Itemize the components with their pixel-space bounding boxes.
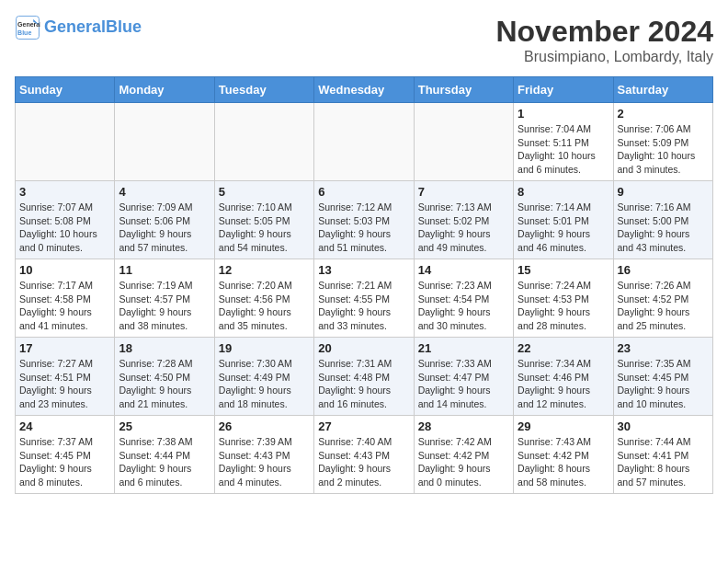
calendar-day-cell: 20Sunrise: 7:31 AM Sunset: 4:48 PM Dayli… — [314, 338, 414, 416]
day-info: Sunrise: 7:28 AM Sunset: 4:50 PM Dayligh… — [119, 357, 210, 411]
calendar-day-cell: 3Sunrise: 7:07 AM Sunset: 5:08 PM Daylig… — [16, 181, 115, 259]
weekday-header-wednesday: Wednesday — [314, 77, 414, 103]
calendar-day-cell: 13Sunrise: 7:21 AM Sunset: 4:55 PM Dayli… — [314, 259, 414, 338]
logo-line2: Blue — [106, 17, 142, 36]
day-info: Sunrise: 7:37 AM Sunset: 4:45 PM Dayligh… — [19, 435, 110, 489]
day-info: Sunrise: 7:19 AM Sunset: 4:57 PM Dayligh… — [119, 279, 210, 333]
calendar-day-cell: 7Sunrise: 7:13 AM Sunset: 5:02 PM Daylig… — [414, 181, 513, 259]
day-info: Sunrise: 7:06 AM Sunset: 5:09 PM Dayligh… — [618, 122, 709, 177]
day-number: 17 — [19, 341, 110, 355]
day-number: 13 — [318, 263, 409, 277]
day-number: 20 — [318, 341, 409, 355]
calendar-day-cell: 16Sunrise: 7:26 AM Sunset: 4:52 PM Dayli… — [613, 259, 712, 338]
calendar-day-cell: 4Sunrise: 7:09 AM Sunset: 5:06 PM Daylig… — [115, 181, 214, 259]
day-number: 23 — [618, 341, 709, 355]
weekday-header-saturday: Saturday — [613, 77, 712, 103]
calendar-day-cell: 17Sunrise: 7:27 AM Sunset: 4:51 PM Dayli… — [16, 338, 115, 416]
weekday-header-monday: Monday — [115, 77, 214, 103]
day-info: Sunrise: 7:26 AM Sunset: 4:52 PM Dayligh… — [618, 279, 709, 333]
calendar-day-cell: 5Sunrise: 7:10 AM Sunset: 5:05 PM Daylig… — [214, 181, 313, 259]
day-info: Sunrise: 7:17 AM Sunset: 4:58 PM Dayligh… — [19, 279, 110, 333]
day-number: 8 — [518, 185, 609, 199]
calendar-day-cell: 23Sunrise: 7:35 AM Sunset: 4:45 PM Dayli… — [613, 338, 712, 416]
day-number: 29 — [518, 419, 609, 433]
calendar-day-cell: 28Sunrise: 7:42 AM Sunset: 4:42 PM Dayli… — [414, 416, 513, 494]
calendar-week-row: 3Sunrise: 7:07 AM Sunset: 5:08 PM Daylig… — [16, 181, 713, 259]
calendar-day-cell: 15Sunrise: 7:24 AM Sunset: 4:53 PM Dayli… — [514, 259, 613, 338]
day-number: 27 — [318, 419, 409, 433]
day-number: 1 — [518, 107, 609, 121]
calendar-day-cell — [115, 103, 214, 181]
day-info: Sunrise: 7:13 AM Sunset: 5:02 PM Dayligh… — [418, 201, 509, 255]
calendar-day-cell: 11Sunrise: 7:19 AM Sunset: 4:57 PM Dayli… — [115, 259, 214, 338]
day-number: 28 — [418, 419, 509, 433]
day-info: Sunrise: 7:44 AM Sunset: 4:41 PM Dayligh… — [618, 435, 709, 489]
day-info: Sunrise: 7:27 AM Sunset: 4:51 PM Dayligh… — [19, 357, 110, 411]
calendar-day-cell: 14Sunrise: 7:23 AM Sunset: 4:54 PM Dayli… — [414, 259, 513, 338]
calendar-day-cell: 27Sunrise: 7:40 AM Sunset: 4:43 PM Dayli… — [314, 416, 414, 494]
day-info: Sunrise: 7:24 AM Sunset: 4:53 PM Dayligh… — [518, 279, 609, 333]
calendar-day-cell — [414, 103, 513, 181]
calendar-day-cell: 10Sunrise: 7:17 AM Sunset: 4:58 PM Dayli… — [16, 259, 115, 338]
calendar-day-cell: 19Sunrise: 7:30 AM Sunset: 4:49 PM Dayli… — [214, 338, 313, 416]
day-info: Sunrise: 7:04 AM Sunset: 5:11 PM Dayligh… — [518, 122, 609, 177]
day-info: Sunrise: 7:39 AM Sunset: 4:43 PM Dayligh… — [219, 435, 310, 489]
day-number: 10 — [19, 263, 110, 277]
day-number: 30 — [618, 419, 709, 433]
calendar-day-cell: 30Sunrise: 7:44 AM Sunset: 4:41 PM Dayli… — [613, 416, 712, 494]
day-number: 11 — [119, 263, 210, 277]
day-number: 15 — [518, 263, 609, 277]
calendar-day-cell: 6Sunrise: 7:12 AM Sunset: 5:03 PM Daylig… — [314, 181, 414, 259]
calendar-week-row: 10Sunrise: 7:17 AM Sunset: 4:58 PM Dayli… — [16, 259, 713, 338]
day-number: 18 — [119, 341, 210, 355]
day-info: Sunrise: 7:20 AM Sunset: 4:56 PM Dayligh… — [219, 279, 310, 333]
day-info: Sunrise: 7:31 AM Sunset: 4:48 PM Dayligh… — [318, 357, 409, 411]
weekday-header-sunday: Sunday — [16, 77, 115, 103]
calendar-day-cell: 22Sunrise: 7:34 AM Sunset: 4:46 PM Dayli… — [514, 338, 613, 416]
day-info: Sunrise: 7:10 AM Sunset: 5:05 PM Dayligh… — [219, 201, 310, 255]
weekday-header-tuesday: Tuesday — [214, 77, 313, 103]
day-info: Sunrise: 7:07 AM Sunset: 5:08 PM Dayligh… — [19, 201, 110, 255]
calendar-table: SundayMondayTuesdayWednesdayThursdayFrid… — [15, 76, 713, 494]
day-number: 9 — [618, 185, 709, 199]
calendar-day-cell: 8Sunrise: 7:14 AM Sunset: 5:01 PM Daylig… — [514, 181, 613, 259]
weekday-header-friday: Friday — [514, 77, 613, 103]
calendar-day-cell: 24Sunrise: 7:37 AM Sunset: 4:45 PM Dayli… — [16, 416, 115, 494]
day-info: Sunrise: 7:34 AM Sunset: 4:46 PM Dayligh… — [518, 357, 609, 411]
calendar-week-row: 17Sunrise: 7:27 AM Sunset: 4:51 PM Dayli… — [16, 338, 713, 416]
calendar-day-cell: 25Sunrise: 7:38 AM Sunset: 4:44 PM Dayli… — [115, 416, 214, 494]
day-number: 21 — [418, 341, 509, 355]
calendar-week-row: 1Sunrise: 7:04 AM Sunset: 5:11 PM Daylig… — [16, 103, 713, 181]
calendar-day-cell: 9Sunrise: 7:16 AM Sunset: 5:00 PM Daylig… — [613, 181, 712, 259]
calendar-day-cell — [16, 103, 115, 181]
calendar-day-cell: 1Sunrise: 7:04 AM Sunset: 5:11 PM Daylig… — [514, 103, 613, 181]
calendar-day-cell: 26Sunrise: 7:39 AM Sunset: 4:43 PM Dayli… — [214, 416, 313, 494]
svg-text:Blue: Blue — [17, 29, 31, 36]
calendar-day-cell: 21Sunrise: 7:33 AM Sunset: 4:47 PM Dayli… — [414, 338, 513, 416]
calendar-day-cell: 2Sunrise: 7:06 AM Sunset: 5:09 PM Daylig… — [613, 103, 712, 181]
calendar-day-cell — [314, 103, 414, 181]
calendar-week-row: 24Sunrise: 7:37 AM Sunset: 4:45 PM Dayli… — [16, 416, 713, 494]
day-number: 7 — [418, 185, 509, 199]
day-number: 19 — [219, 341, 310, 355]
logo-icon: General Blue — [15, 15, 40, 40]
day-info: Sunrise: 7:33 AM Sunset: 4:47 PM Dayligh… — [418, 357, 509, 411]
day-info: Sunrise: 7:09 AM Sunset: 5:06 PM Dayligh… — [119, 201, 210, 255]
day-number: 22 — [518, 341, 609, 355]
day-info: Sunrise: 7:38 AM Sunset: 4:44 PM Dayligh… — [119, 435, 210, 489]
day-number: 26 — [219, 419, 310, 433]
day-info: Sunrise: 7:21 AM Sunset: 4:55 PM Dayligh… — [318, 279, 409, 333]
svg-text:General: General — [17, 21, 40, 28]
header: General Blue GeneralBlue November 2024 B… — [15, 15, 713, 65]
day-info: Sunrise: 7:30 AM Sunset: 4:49 PM Dayligh… — [219, 357, 310, 411]
day-number: 2 — [618, 107, 709, 121]
calendar-day-cell: 18Sunrise: 7:28 AM Sunset: 4:50 PM Dayli… — [115, 338, 214, 416]
month-title: November 2024 — [495, 15, 713, 49]
day-info: Sunrise: 7:43 AM Sunset: 4:42 PM Dayligh… — [518, 435, 609, 489]
day-number: 16 — [618, 263, 709, 277]
day-info: Sunrise: 7:16 AM Sunset: 5:00 PM Dayligh… — [618, 201, 709, 255]
day-number: 14 — [418, 263, 509, 277]
day-info: Sunrise: 7:14 AM Sunset: 5:01 PM Dayligh… — [518, 201, 609, 255]
calendar-day-cell — [214, 103, 313, 181]
weekday-header-row: SundayMondayTuesdayWednesdayThursdayFrid… — [16, 77, 713, 103]
